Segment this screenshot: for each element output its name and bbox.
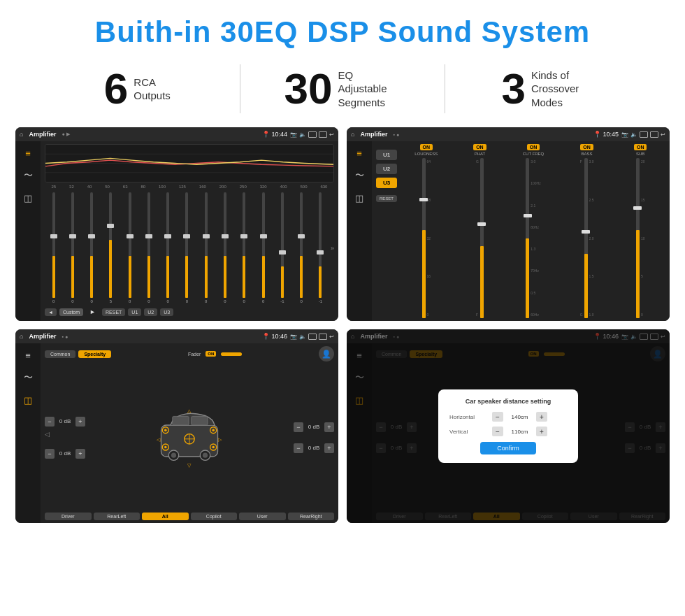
dialog-horizontal-label: Horizontal: [449, 414, 488, 420]
speaker1-topright-val: 0 dB: [305, 424, 323, 430]
eq-body: ≡ 〜 ◫: [15, 141, 338, 321]
crossover-sidebar: ≡ 〜 ◫: [347, 141, 372, 321]
cutfreq-ticks: 3.0100Hz2.180Hz1.370Hz0.560Hz: [531, 158, 540, 318]
dialog-vertical-row: Vertical − 110cm +: [449, 427, 567, 436]
eq-u3-button[interactable]: U3: [160, 308, 173, 316]
eq-slider-13[interactable]: 0: [292, 192, 310, 303]
stat-rca: 6 RCAOutputs: [42, 67, 233, 110]
speaker1-specialty-tab[interactable]: Specialty: [78, 350, 111, 358]
eq-slider-12[interactable]: -1: [273, 192, 291, 303]
speaker1-bottomright-plus[interactable]: +: [324, 443, 334, 453]
crossover-u1-button[interactable]: U1: [376, 150, 397, 160]
eq-play-button[interactable]: ►: [86, 307, 99, 317]
eq-slider-2[interactable]: 0: [83, 192, 101, 303]
crossover-main-content: U1 U2 U3 RESET ON LOUDNESS 644832160: [372, 141, 670, 321]
eq-sidebar-speaker-icon[interactable]: ◫: [19, 190, 37, 206]
speaker1-left-col: − 0 dB + ◁ − 0 dB +: [45, 365, 85, 510]
bass-slider[interactable]: [584, 158, 588, 318]
sub-on-btn[interactable]: ON: [634, 144, 647, 150]
speaker1-topleft-minus[interactable]: −: [45, 417, 55, 427]
speaker1-tab-row: Common Specialty Fader ON 👤: [45, 346, 334, 361]
speaker1-copilot-btn[interactable]: Copilot: [191, 513, 238, 520]
svg-point-14: [212, 429, 215, 431]
speaker1-user-btn[interactable]: User: [239, 513, 286, 520]
eq-slider-3[interactable]: 5: [102, 192, 120, 303]
dialog-vertical-label: Vertical: [449, 429, 488, 435]
speaker1-topright-plus[interactable]: +: [324, 422, 334, 432]
distance-dialog: Car speaker distance setting Horizontal …: [438, 389, 578, 463]
home-icon[interactable]: ⌂: [20, 131, 23, 138]
speaker1-all-btn[interactable]: All: [142, 513, 189, 520]
stats-row: 6 RCAOutputs 30 EQ AdjustableSegments 3 …: [0, 56, 685, 124]
speaker1-fader-slider[interactable]: [221, 352, 242, 356]
speaker1-bottomleft-plus[interactable]: +: [75, 449, 85, 459]
crossover-sidebar-wave-icon[interactable]: 〜: [350, 168, 368, 183]
eq-slider-11[interactable]: 0: [254, 192, 272, 303]
speaker1-sidebar-wave-icon[interactable]: 〜: [19, 370, 37, 385]
eq-slider-0[interactable]: 0: [45, 192, 62, 303]
eq-time: 📍 10:44: [262, 131, 287, 138]
eq-slider-14[interactable]: -1: [312, 192, 329, 303]
eq-sidebar-eq-icon[interactable]: ≡: [19, 145, 37, 161]
eq-prev-button[interactable]: ◄: [45, 308, 57, 316]
loudness-on-btn[interactable]: ON: [420, 144, 433, 150]
svg-rect-5: [173, 416, 189, 425]
crossover-u2-button[interactable]: U2: [376, 164, 397, 174]
speaker1-sidebar-eq-icon[interactable]: ≡: [19, 348, 37, 363]
speaker1-screen: ⌂ Amplifier ▪ ● 📍 10:46 📷 🔈 ↩ ≡ 〜 ◫ Comm…: [15, 329, 338, 523]
speaker1-bottomleft-minus[interactable]: −: [45, 449, 55, 459]
speaker1-driver-btn[interactable]: Driver: [45, 513, 92, 520]
eq-slider-1[interactable]: 0: [64, 192, 81, 303]
bass-label: BASS: [582, 152, 593, 156]
eq-reset-button[interactable]: RESET: [102, 308, 125, 316]
eq-slider-10[interactable]: 0: [236, 192, 253, 303]
speaker1-common-tab[interactable]: Common: [45, 350, 75, 358]
speaker1-fader-label: Fader: [188, 352, 201, 357]
speaker1-rearleft-btn[interactable]: RearLeft: [94, 513, 140, 520]
dialog-vertical-plus[interactable]: +: [536, 427, 547, 436]
crossover-sub-group: ON SUB 20151050: [615, 144, 665, 318]
speaker1-home-icon[interactable]: ⌂: [20, 333, 23, 340]
phat-on-btn[interactable]: ON: [473, 144, 486, 150]
svg-point-18: [212, 445, 215, 448]
eq-slider-8[interactable]: 0: [197, 192, 215, 303]
svg-point-16: [164, 445, 167, 448]
speaker1-bottomright-minus[interactable]: −: [294, 443, 303, 453]
speaker1-bottomright-val: 0 dB: [305, 445, 323, 451]
eq-slider-4[interactable]: 0: [121, 192, 138, 303]
speaker1-time: 📍 10:46: [262, 333, 287, 340]
crossover-sidebar-eq-icon[interactable]: ≡: [350, 145, 368, 161]
dialog-horizontal-plus[interactable]: +: [536, 412, 547, 422]
cutfreq-on-btn[interactable]: ON: [527, 144, 540, 150]
dialog-confirm-button[interactable]: Confirm: [480, 442, 536, 454]
speaker1-fader-on[interactable]: ON: [206, 351, 216, 357]
eq-sidebar: ≡ 〜 ◫: [15, 141, 41, 321]
eq-slider-7[interactable]: 0: [178, 192, 196, 303]
dialog-horizontal-minus[interactable]: −: [492, 412, 503, 422]
loudness-ticks: 644832160: [427, 158, 431, 318]
speaker1-rearright-btn[interactable]: RearRight: [288, 513, 335, 520]
phat-slider[interactable]: [480, 158, 484, 318]
speaker1-topright-minus[interactable]: −: [294, 422, 303, 432]
eq-slider-9[interactable]: 0: [216, 192, 233, 303]
crossover-home-icon[interactable]: ⌂: [351, 131, 354, 138]
speaker1-person-icon[interactable]: 👤: [319, 346, 334, 361]
stat-divider-1: [240, 64, 240, 113]
eq-status-bar: ⌂ Amplifier ● ▶ 📍 10:44 📷 🔈 ↩: [15, 127, 338, 141]
eq-u1-button[interactable]: U1: [128, 308, 141, 316]
cutfreq-slider[interactable]: [526, 158, 529, 318]
dialog-vertical-minus[interactable]: −: [492, 427, 503, 436]
crossover-reset-button[interactable]: RESET: [376, 195, 397, 202]
speaker1-topleft-plus[interactable]: +: [75, 417, 85, 427]
eq-slider-5[interactable]: 0: [140, 192, 157, 303]
eq-main-content: 253240506380100125160200250320400500630 …: [41, 141, 338, 321]
loudness-slider[interactable]: [422, 158, 426, 318]
eq-sidebar-wave-icon[interactable]: 〜: [19, 168, 37, 183]
bass-on-btn[interactable]: ON: [580, 144, 593, 150]
eq-u2-button[interactable]: U2: [144, 308, 157, 316]
eq-slider-6[interactable]: 0: [159, 192, 177, 303]
crossover-u3-button[interactable]: U3: [376, 178, 397, 188]
speaker1-sidebar-speaker-icon[interactable]: ◫: [19, 392, 37, 408]
sub-slider[interactable]: [636, 158, 640, 318]
crossover-sidebar-speaker-icon[interactable]: ◫: [350, 190, 368, 206]
